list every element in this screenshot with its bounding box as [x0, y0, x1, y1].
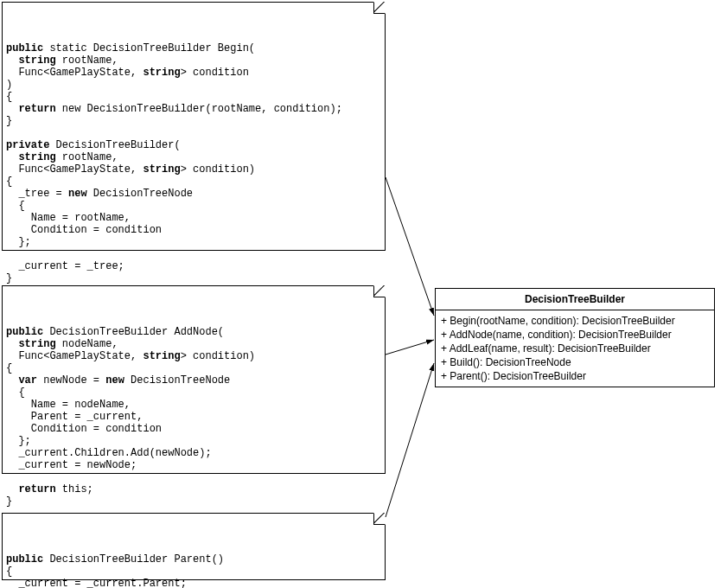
- code-text: DecisionTreeBuilder AddNode(: [43, 326, 224, 338]
- connector-begin: [386, 177, 434, 316]
- kw: string: [143, 350, 180, 362]
- code-text: Condition = condition: [6, 224, 162, 236]
- code-text: _current = _tree;: [6, 260, 124, 272]
- code-text: DecisionTreeBuilder Parent(): [43, 553, 224, 566]
- kw: public: [6, 42, 43, 54]
- code-text: }: [6, 495, 12, 508]
- uml-method: + Parent(): DecisionTreeBuilder: [441, 369, 709, 383]
- connector-parent: [386, 363, 434, 517]
- code-text: DecisionTreeNode: [87, 188, 193, 200]
- code-text: _current.Children.Add(newNode);: [6, 447, 212, 459]
- code-text: newNode =: [37, 374, 105, 387]
- code-note-addnode: public DecisionTreeBuilder AddNode( stri…: [2, 285, 386, 474]
- code-text: _current = _current.Parent;: [6, 578, 187, 588]
- code-text: Func<GamePlayState,: [6, 163, 143, 176]
- uml-method: + Build(): DecisionTreeNode: [441, 355, 709, 369]
- code-text: {: [6, 566, 12, 578]
- kw: string: [6, 338, 56, 350]
- kw: new: [68, 188, 87, 200]
- code-text: {: [6, 362, 12, 374]
- code-text: DecisionTreeNode: [124, 374, 230, 387]
- uml-method: + AddNode(name, condition): DecisionTree…: [441, 328, 709, 342]
- code-text: > condition: [181, 67, 249, 79]
- note-fold-diag-icon: [373, 513, 386, 525]
- code-text: Name = nodeName,: [6, 399, 131, 411]
- code-text: {: [6, 387, 25, 399]
- code-text: Func<GamePlayState,: [6, 67, 143, 79]
- code-text: rootName,: [56, 151, 118, 163]
- code-text: Parent = _current,: [6, 411, 143, 423]
- kw: string: [6, 151, 56, 163]
- code-note-parent: public DecisionTreeBuilder Parent() { _c…: [2, 513, 386, 580]
- uml-method: + Begin(rootName, condition): DecisionTr…: [441, 314, 709, 328]
- code-text: }: [6, 272, 12, 284]
- note-fold-diag-icon: [373, 285, 386, 297]
- connector-addnode: [386, 340, 434, 355]
- code-text: static DecisionTreeBuilder Begin(: [43, 42, 255, 54]
- code-text: Name = rootName,: [6, 212, 131, 224]
- kw: string: [143, 67, 180, 79]
- kw: return: [6, 103, 56, 115]
- kw: private: [6, 139, 49, 151]
- code-text: nodeName,: [56, 338, 118, 350]
- code-text: _tree =: [6, 188, 68, 200]
- uml-class-decisiontreebuilder: DecisionTreeBuilder + Begin(rootName, co…: [435, 288, 715, 387]
- code-text: Condition = condition: [6, 423, 162, 435]
- code-text: Func<GamePlayState,: [6, 350, 143, 362]
- code-text: {: [6, 200, 25, 212]
- code-text: }: [6, 115, 12, 127]
- code-text: {: [6, 176, 12, 188]
- uml-method: + AddLeaf(name, result): DecisionTreeBui…: [441, 342, 709, 355]
- code-text: };: [6, 435, 31, 447]
- code-text: };: [6, 236, 31, 248]
- kw: return: [6, 483, 56, 495]
- code-text: this;: [56, 483, 93, 495]
- note-fold-diag-icon: [373, 2, 386, 14]
- kw: public: [6, 326, 43, 338]
- kw: string: [6, 54, 56, 67]
- code-text: ): [6, 79, 12, 91]
- code-text: > condition): [181, 350, 255, 362]
- kw: string: [143, 163, 180, 176]
- uml-class-title: DecisionTreeBuilder: [436, 289, 714, 310]
- code-text: rootName,: [56, 54, 118, 67]
- kw: public: [6, 553, 43, 566]
- kw: new: [105, 374, 124, 387]
- code-text: DecisionTreeBuilder(: [49, 139, 180, 151]
- code-text: new DecisionTreeBuilder(rootName, condit…: [56, 103, 342, 115]
- uml-class-body: + Begin(rootName, condition): DecisionTr…: [436, 310, 714, 387]
- kw: var: [6, 374, 37, 387]
- code-note-begin: public static DecisionTreeBuilder Begin(…: [2, 2, 386, 251]
- code-text: _current = newNode;: [6, 459, 137, 471]
- code-text: {: [6, 91, 12, 103]
- code-text: > condition): [181, 163, 255, 176]
